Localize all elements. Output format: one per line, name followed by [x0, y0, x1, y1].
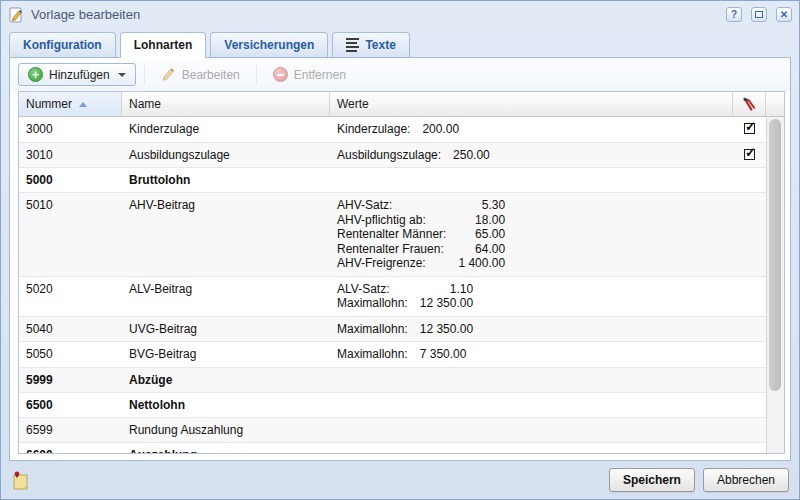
tab-versicherungen[interactable]: Versicherungen — [210, 32, 328, 57]
column-header-werte[interactable]: Werte — [330, 92, 733, 116]
value-amount: 5.30 — [458, 198, 505, 213]
note-button[interactable] — [11, 469, 31, 491]
row-name: Bruttolohn — [122, 168, 330, 192]
table-row[interactable]: 6500 Nettolohn — [19, 393, 766, 418]
remove-button-label: Entfernen — [294, 68, 346, 82]
value-amount: 65.00 — [458, 227, 505, 242]
column-header-nummer[interactable]: Nummer — [19, 92, 122, 116]
row-name: Kinderzulage — [122, 117, 330, 142]
value-label: AHV-Freigrenze: — [337, 256, 446, 271]
toolbar-divider — [256, 65, 257, 85]
tab-bar: Konfiguration Lohnarten Versicherungen T… — [1, 28, 799, 57]
tab-texte[interactable]: Texte — [332, 32, 409, 57]
row-number: 3000 — [19, 117, 122, 142]
maximize-button[interactable] — [751, 7, 767, 22]
value-amount: 1.10 — [420, 282, 473, 297]
row-name: BVG-Beitrag — [122, 342, 330, 367]
row-values: ALV-Satz:1.10Maximallohn:12 350.00 — [337, 282, 726, 311]
value-amount: 64.00 — [458, 242, 505, 257]
row-values-cell: AHV-Satz:5.30AHV-pflichtig ab:18.00Rente… — [330, 193, 733, 276]
edit-button-label: Bearbeiten — [182, 68, 240, 82]
row-check-cell — [733, 443, 766, 454]
tab-label: Versicherungen — [224, 38, 314, 52]
row-name: Ausbildungszulage — [122, 143, 330, 168]
row-check-cell — [733, 418, 766, 442]
value-label: Maximallohn: — [337, 347, 408, 362]
row-number: 6500 — [19, 393, 122, 417]
row-values-cell — [330, 168, 733, 192]
row-checkbox[interactable] — [744, 123, 755, 134]
save-button[interactable]: Speichern — [609, 468, 695, 492]
value-amount: 1 400.00 — [458, 256, 505, 271]
row-number: 5040 — [19, 317, 122, 342]
row-number: 6600 — [19, 443, 122, 454]
tab-label: Konfiguration — [23, 38, 102, 52]
row-values-cell — [330, 418, 733, 442]
value-label: Maximallohn: — [337, 322, 408, 337]
pencil-icon — [161, 67, 176, 82]
row-values-cell: Ausbildungszulage:250.00 — [330, 143, 733, 168]
column-label: Nummer — [26, 97, 72, 111]
maximize-icon — [755, 11, 763, 18]
sticky-note-icon — [11, 470, 30, 491]
row-name: Nettolohn — [122, 393, 330, 417]
value-label: AHV-pflichtig ab: — [337, 213, 446, 228]
row-number: 5010 — [19, 193, 122, 276]
row-values-cell: Maximallohn:12 350.00 — [330, 317, 733, 342]
value-amount: 7 350.00 — [420, 347, 467, 362]
row-values: Kinderzulage:200.00 — [337, 122, 726, 137]
help-button[interactable]: ? — [726, 7, 742, 22]
row-check-cell — [733, 393, 766, 417]
value-amount: 12 350.00 — [420, 322, 473, 337]
column-header-name[interactable]: Name — [122, 92, 330, 116]
table-row[interactable]: 5040 UVG-Beitrag Maximallohn:12 350.00 — [19, 317, 766, 343]
remove-button[interactable]: Entfernen — [265, 63, 354, 86]
row-values-cell: Kinderzulage:200.00 — [330, 117, 733, 142]
row-number: 3010 — [19, 143, 122, 168]
column-label: Name — [129, 97, 161, 111]
row-values: AHV-Satz:5.30AHV-pflichtig ab:18.00Rente… — [337, 198, 726, 271]
column-label: Werte — [337, 97, 369, 111]
scrollbar-thumb[interactable] — [769, 119, 781, 391]
table-row[interactable]: 3010 Ausbildungszulage Ausbildungszulage… — [19, 143, 766, 169]
value-label: Kinderzulage: — [337, 122, 410, 137]
row-values-cell — [330, 393, 733, 417]
row-name: ALV-Beitrag — [122, 277, 330, 316]
tab-konfiguration[interactable]: Konfiguration — [9, 32, 116, 57]
tab-label: Lohnarten — [134, 38, 193, 52]
column-header-tool[interactable] — [733, 92, 766, 116]
table-row[interactable]: 3000 Kinderzulage Kinderzulage:200.00 — [19, 117, 766, 143]
table-row[interactable]: 5020 ALV-Beitrag ALV-Satz:1.10Maximalloh… — [19, 277, 766, 317]
cancel-button[interactable]: Abbrechen — [703, 468, 789, 492]
value-label: Rentenalter Männer: — [337, 227, 446, 242]
table-row[interactable]: 5000 Bruttolohn — [19, 168, 766, 193]
row-check-cell — [733, 317, 766, 342]
table-row[interactable]: 6599 Rundung Auszahlung — [19, 418, 766, 443]
value-label: Ausbildungszulage: — [337, 148, 441, 163]
title-bar: Vorlage bearbeiten ? ✕ — [1, 1, 799, 28]
row-values: Maximallohn:12 350.00 — [337, 322, 726, 337]
toolbar-divider — [144, 65, 145, 85]
add-button[interactable]: + Hinzufügen — [18, 63, 136, 86]
table-row[interactable]: 5010 AHV-Beitrag AHV-Satz:5.30AHV-pflich… — [19, 193, 766, 277]
minus-icon — [273, 67, 288, 82]
tab-label: Texte — [365, 38, 395, 52]
sort-asc-icon — [79, 102, 87, 107]
edit-button[interactable]: Bearbeiten — [153, 63, 248, 86]
row-name: Abzüge — [122, 368, 330, 392]
value-label: Rentenalter Frauen: — [337, 242, 446, 257]
tab-lohnarten[interactable]: Lohnarten — [120, 32, 207, 58]
row-number: 6599 — [19, 418, 122, 442]
plus-icon: + — [28, 67, 43, 82]
value-amount: 200.00 — [422, 122, 459, 137]
value-amount: 12 350.00 — [420, 296, 473, 311]
dialog-window: Vorlage bearbeiten ? ✕ Konfiguration Loh… — [0, 0, 800, 500]
row-checkbox[interactable] — [744, 149, 755, 160]
value-label: ALV-Satz: — [337, 282, 408, 297]
table-row[interactable]: 5050 BVG-Beitrag Maximallohn:7 350.00 — [19, 342, 766, 368]
vertical-scrollbar[interactable] — [766, 117, 784, 453]
value-label: Maximallohn: — [337, 296, 408, 311]
table-row[interactable]: 6600 Auszahlung — [19, 443, 766, 454]
table-row[interactable]: 5999 Abzüge — [19, 368, 766, 393]
close-button[interactable]: ✕ — [776, 7, 792, 22]
